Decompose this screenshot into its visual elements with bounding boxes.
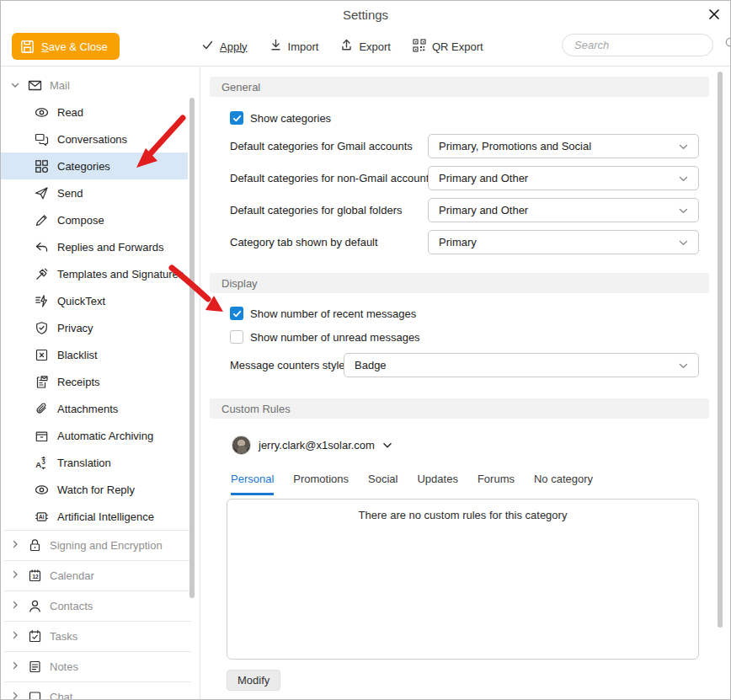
default-category-tab-dropdown[interactable]: Primary — [428, 230, 699, 254]
show-categories-checkbox-row[interactable]: Show categories — [230, 111, 331, 125]
archive-box-icon — [35, 429, 49, 443]
sidebar-item-label: Templates and Signatures — [57, 268, 184, 281]
tab-promotions[interactable]: Promotions — [293, 473, 349, 495]
import-label: Import — [288, 40, 319, 53]
avatar — [232, 435, 251, 455]
sidebar-item-conversations[interactable]: Conversations — [1, 126, 188, 152]
sidebar-item-receipts[interactable]: Receipts — [1, 368, 188, 395]
import-icon — [269, 39, 282, 54]
chevron-right-icon — [10, 600, 20, 612]
checkbox-label: Show number of recent messages — [250, 307, 416, 320]
apply-label: Apply — [220, 40, 248, 53]
non-gmail-categories-dropdown[interactable]: Primary and Other — [428, 166, 699, 190]
tab-no-category[interactable]: No category — [534, 473, 593, 495]
apply-button[interactable]: Apply — [201, 39, 248, 54]
chevron-right-icon — [10, 691, 20, 700]
person-icon — [28, 599, 42, 613]
checkbox-unchecked-icon[interactable] — [230, 330, 243, 344]
sidebar-item-replies-forwards[interactable]: Replies and Forwards — [1, 233, 188, 260]
sidebar-section-contacts[interactable]: Contacts — [4, 590, 191, 621]
sidebar-item-label: Compose — [57, 214, 104, 227]
global-folders-categories-label: Default categories for global folders — [230, 198, 403, 222]
sidebar-item-categories[interactable]: Categories — [1, 152, 188, 179]
qr-export-label: QR Export — [432, 40, 483, 53]
sidebar-section-notes[interactable]: Notes — [4, 651, 191, 681]
page-title: Settings — [1, 8, 730, 22]
section-title: General — [221, 81, 260, 94]
save-close-button[interactable]: Save & Close — [12, 33, 120, 60]
sidebar-scrollbar[interactable] — [189, 98, 195, 598]
sidebar-section-label: Tasks — [50, 630, 77, 643]
tab-forums[interactable]: Forums — [478, 473, 515, 495]
sidebar-item-label: Replies and Forwards — [57, 241, 163, 254]
send-icon — [35, 186, 49, 200]
export-icon — [340, 39, 353, 54]
watch-eye-icon — [35, 483, 49, 497]
tab-updates[interactable]: Updates — [417, 473, 457, 495]
sidebar-item-compose[interactable]: Compose — [1, 206, 188, 233]
sidebar-item-label: Attachments — [57, 403, 118, 415]
sidebar-item-attachments[interactable]: Attachments — [1, 395, 188, 422]
notes-icon — [28, 660, 42, 674]
sidebar-item-watch-for-reply[interactable]: Watch for Reply — [1, 476, 188, 503]
qr-export-button[interactable]: QR Export — [413, 39, 483, 55]
sidebar-item-privacy[interactable]: Privacy — [1, 314, 188, 341]
chevron-down-icon — [679, 236, 688, 248]
dropdown-value: Badge — [355, 359, 679, 371]
mail-icon — [28, 78, 42, 93]
receipts-icon — [35, 375, 49, 389]
conversations-icon — [35, 132, 49, 147]
content-scrollbar[interactable] — [718, 72, 723, 628]
reply-arrow-icon — [35, 240, 49, 254]
chevron-right-icon — [10, 660, 20, 673]
sidebar: Mail Read Conversations Categories Send … — [1, 67, 200, 699]
checkbox-checked-icon[interactable] — [230, 307, 243, 320]
recent-messages-checkbox-row[interactable]: Show number of recent messages — [230, 307, 416, 320]
chevron-down-icon — [10, 80, 20, 90]
export-button[interactable]: Export — [340, 39, 391, 54]
tab-personal[interactable]: Personal — [231, 473, 274, 495]
account-selector[interactable]: jerry.clark@x1solar.com — [232, 435, 392, 455]
sidebar-section-signing-encryption[interactable]: Signing and Encryption — [4, 530, 191, 560]
sidebar-item-blacklist[interactable]: Blacklist — [1, 341, 188, 368]
save-close-label: Save & Close — [41, 40, 108, 53]
tab-social[interactable]: Social — [368, 473, 398, 495]
sidebar-item-quicktext[interactable]: QuickText — [1, 287, 188, 314]
global-folders-categories-dropdown[interactable]: Primary and Other — [428, 198, 699, 222]
chevron-down-icon — [679, 359, 688, 371]
sidebar-item-artificial-intelligence[interactable]: AI Artificial Intelligence — [1, 503, 188, 530]
account-email: jerry.clark@x1solar.com — [259, 439, 375, 452]
sidebar-item-read[interactable]: Read — [1, 99, 188, 126]
categories-grid-icon — [35, 159, 49, 174]
blacklist-icon — [35, 348, 49, 362]
apply-check-icon — [201, 39, 214, 54]
sidebar-item-send[interactable]: Send — [1, 179, 188, 206]
close-icon[interactable] — [707, 7, 722, 22]
sidebar-item-translation[interactable]: Aʒ Translation — [1, 449, 188, 476]
sidebar-item-label: Artificial Intelligence — [57, 510, 154, 523]
non-gmail-categories-label: Default categories for non-Gmail account… — [230, 166, 435, 190]
category-tabs: Personal Promotions Social Updates Forum… — [231, 473, 593, 495]
message-counters-style-label: Message counters style — [230, 353, 345, 377]
message-counters-style-dropdown[interactable]: Badge — [344, 353, 699, 377]
gmail-categories-label: Default categories for Gmail accounts — [230, 134, 413, 158]
modify-button[interactable]: Modify — [227, 670, 280, 691]
checkbox-checked-icon[interactable] — [230, 111, 243, 125]
unread-messages-checkbox-row[interactable]: Show number of unread messages — [230, 330, 420, 344]
sidebar-section-mail[interactable]: Mail — [1, 72, 200, 99]
sidebar-item-automatic-archiving[interactable]: Automatic Archiving — [1, 422, 188, 449]
sidebar-item-templates-signatures[interactable]: Templates and Signatures — [1, 260, 188, 287]
search-input[interactable] — [574, 39, 724, 51]
chevron-down-icon — [679, 204, 688, 216]
qr-code-icon — [413, 39, 426, 55]
svg-text:A: A — [35, 460, 41, 469]
search-icon[interactable] — [724, 36, 731, 54]
sidebar-item-label: Categories — [57, 160, 110, 173]
quicktext-lightning-icon — [35, 294, 49, 308]
import-button[interactable]: Import — [269, 39, 319, 54]
sidebar-section-calendar[interactable]: 12 Calendar — [4, 560, 191, 590]
sidebar-section-tasks[interactable]: Tasks — [4, 621, 191, 651]
dropdown-value: Primary and Other — [439, 172, 679, 184]
gmail-categories-dropdown[interactable]: Primary, Promotions and Social — [428, 134, 699, 158]
sidebar-section-chat[interactable]: Chat — [4, 681, 191, 700]
